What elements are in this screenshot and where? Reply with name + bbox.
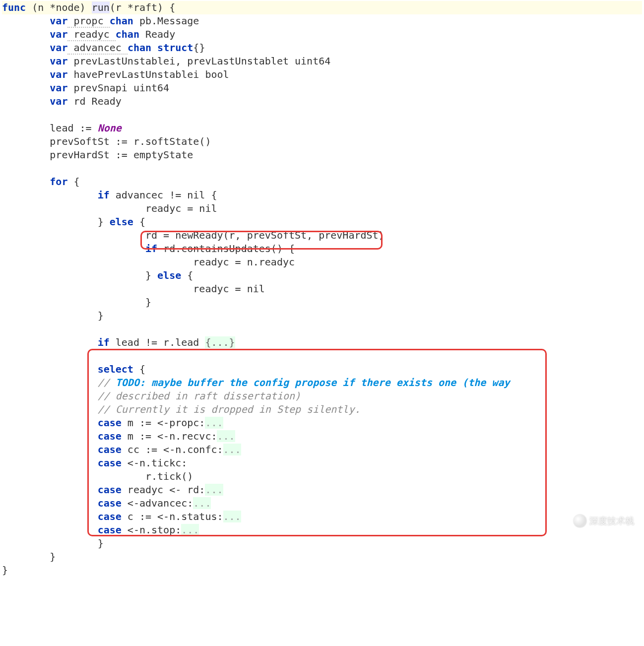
code-line: [2, 108, 642, 122]
code-line: var havePrevLastUnstablei bool: [2, 68, 642, 81]
code-line: var prevLastUnstablei, prevLastUnstablet…: [2, 55, 642, 68]
code-line: readyc = n.readyc: [2, 256, 642, 269]
keyword-for: for: [50, 176, 67, 188]
keyword-case: case: [98, 430, 122, 442]
case-expr: readyc <- rd:: [122, 484, 205, 496]
code-line: case m := <-propc:...: [2, 416, 642, 430]
keyword-else: else: [110, 216, 133, 228]
code-line: }: [2, 564, 642, 577]
code-line: // described in raft dissertation): [2, 389, 642, 403]
code-line: // TODO: maybe buffer the config propose…: [2, 376, 642, 389]
code-line: case <-n.tickc:: [2, 456, 642, 470]
code-line: var advancec chan struct{}: [2, 41, 642, 55]
code-line: if lead != r.lead {...}: [2, 336, 642, 349]
code-line: } else {: [2, 215, 642, 229]
fold-marker[interactable]: ...: [181, 524, 199, 536]
fold-marker[interactable]: ...: [205, 417, 223, 429]
keyword-var: var: [50, 55, 67, 67]
code-block: func (n *node) run(r *raft) { var propc …: [0, 0, 644, 587]
stmt: readyc = n.readyc: [193, 256, 295, 268]
code-line: readyc = nil: [2, 202, 642, 215]
watermark: 深度技术栈: [574, 515, 634, 527]
ident: propc: [67, 15, 109, 28]
code-line: rd = newReady(r, prevSoftSt, prevHardSt): [2, 229, 642, 242]
keyword-select: select: [98, 363, 133, 375]
code-line: }: [2, 550, 642, 564]
keyword-var: var: [50, 15, 67, 27]
code-line: [2, 323, 642, 336]
watermark-text: 深度技术栈: [589, 515, 634, 527]
code-line: func (n *node) run(r *raft) {: [2, 1, 642, 14]
keyword-var: var: [50, 28, 67, 40]
fold-marker[interactable]: ...: [193, 497, 211, 509]
type: Ready: [139, 28, 175, 40]
code-line: }: [2, 296, 642, 309]
code-line: [2, 349, 642, 363]
code-line: lead := None: [2, 122, 642, 135]
case-expr: c := <-n.status:: [122, 511, 223, 522]
code-line: r.tick(): [2, 470, 642, 483]
fold-marker[interactable]: ...: [223, 511, 241, 522]
comment: // Currently it is dropped in Step silen…: [98, 403, 361, 415]
decl: prevSnapi uint64: [67, 82, 169, 94]
ident: advancec: [67, 42, 127, 55]
func-name-run: run: [92, 1, 110, 13]
keyword-case: case: [98, 497, 122, 509]
keyword-else: else: [157, 269, 181, 281]
keyword-case: case: [98, 444, 122, 455]
code-line: }: [2, 309, 642, 323]
code-line: var propc chan pb.Message: [2, 14, 642, 28]
brace: }: [50, 551, 56, 563]
code-line: if rd.containsUpdates() {: [2, 242, 642, 256]
code-line: case <-advancec:...: [2, 497, 642, 510]
code-line: for {: [2, 175, 642, 189]
cond: lead != r.lead: [110, 336, 205, 348]
stmt: prevSoftSt := r.softState(): [50, 135, 211, 147]
type: pb.Message: [133, 15, 199, 27]
keyword-var: var: [50, 42, 67, 54]
ident: readyc: [67, 28, 115, 41]
receiver: (n *node): [26, 1, 91, 13]
brace: }: [145, 269, 157, 281]
decl: prevLastUnstablei, prevLastUnstablet uin…: [67, 55, 330, 67]
brace: }: [98, 310, 104, 322]
keyword-struct: struct: [151, 42, 193, 54]
code-line: } else {: [2, 269, 642, 282]
assign: lead :=: [50, 122, 97, 134]
keyword-case: case: [98, 511, 122, 522]
cond: rd.containsUpdates() {: [157, 243, 295, 255]
keyword-case: case: [98, 524, 122, 536]
code-line: // Currently it is dropped in Step silen…: [2, 403, 642, 416]
brace: }: [2, 564, 8, 576]
brace: {: [181, 269, 193, 281]
case-expr: <-advancec:: [122, 497, 193, 509]
todo-comment: TODO: maybe buffer the config propose if…: [116, 377, 510, 388]
keyword-chan: chan: [116, 28, 139, 40]
code-line: case <-n.stop:...: [2, 523, 642, 537]
code-line: var rd Ready: [2, 95, 642, 108]
case-expr: cc := <-n.confc:: [122, 444, 223, 455]
stmt: prevHardSt := emptyState: [50, 149, 193, 161]
code-line: prevSoftSt := r.softState(): [2, 135, 642, 148]
code-line: [2, 162, 642, 175]
brace: {: [133, 363, 145, 375]
comment: //: [98, 377, 116, 388]
keyword-var: var: [50, 82, 67, 94]
code-line: }: [2, 537, 642, 550]
keyword-case: case: [98, 484, 122, 496]
comment: // described in raft dissertation): [98, 390, 301, 402]
case-expr: <-n.stop:: [122, 524, 181, 536]
keyword-if: if: [98, 336, 110, 348]
fold-marker[interactable]: ...: [217, 430, 235, 442]
fold-marker[interactable]: ...: [223, 444, 241, 455]
brace: }: [98, 537, 104, 549]
case-expr: m := <-n.recvc:: [122, 430, 217, 442]
keyword-case: case: [98, 457, 122, 469]
cond: advancec != nil {: [110, 189, 217, 201]
keyword-if: if: [145, 243, 157, 255]
brace: }: [145, 296, 151, 308]
none-literal: None: [98, 122, 122, 134]
code-line: case cc := <-n.confc:...: [2, 443, 642, 456]
fold-marker[interactable]: {...}: [205, 336, 235, 348]
fold-marker[interactable]: ...: [205, 484, 223, 496]
